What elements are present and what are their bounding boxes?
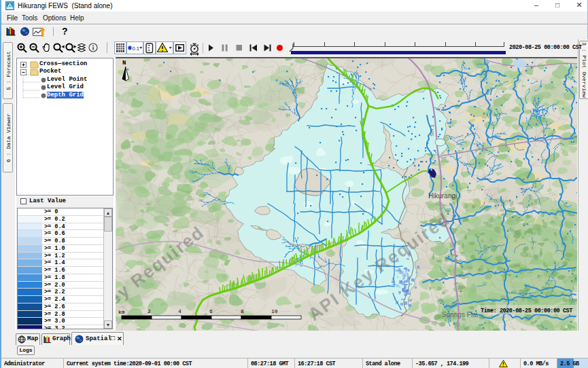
svg-text:8: 8 — [241, 308, 244, 314]
svg-text:N: N — [122, 60, 126, 67]
svg-text:6: 6 — [209, 308, 213, 314]
svg-text:Springs Flat: Springs Flat — [442, 311, 479, 318]
svg-text:10: 10 — [271, 308, 278, 314]
svg-text:Time: 2020-08-25 00:00:00 CST: Time: 2020-08-25 00:00:00 CST — [481, 308, 572, 314]
svg-text:Hikurangi: Hikurangi — [428, 192, 457, 200]
svg-text:km: km — [118, 309, 125, 315]
svg-text:SH 1: SH 1 — [429, 124, 435, 136]
svg-text:2: 2 — [148, 308, 151, 314]
svg-text:4: 4 — [178, 308, 181, 314]
svg-text:0.1: 0.1 — [133, 45, 139, 52]
